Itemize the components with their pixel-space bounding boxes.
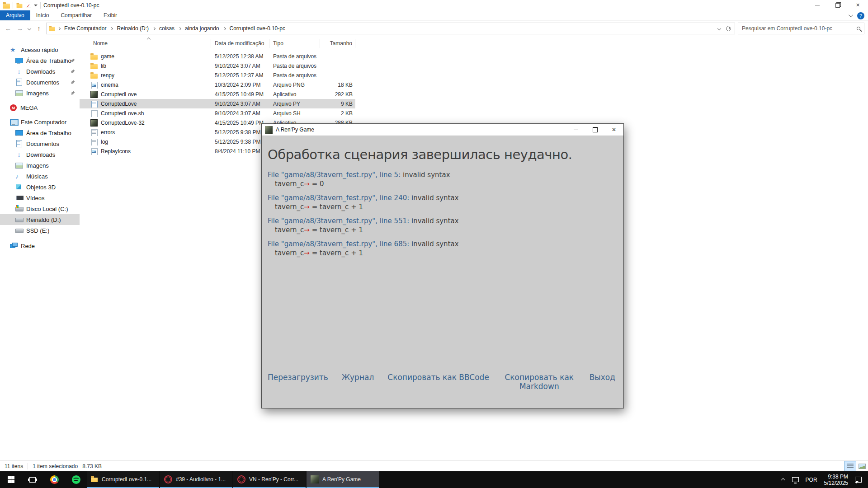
sidebar-item-documentos-pinned[interactable]: Documentos (0, 77, 80, 88)
sidebar-item-mega[interactable]: M MEGA (0, 102, 80, 113)
recent-locations-chevron-icon[interactable] (28, 27, 31, 30)
back-button[interactable]: ← (4, 25, 13, 32)
search-icon[interactable] (857, 27, 860, 30)
file-row-corruptedlove-sh[interactable]: CorruptedLove.sh 9/10/2024 3:07 AMArquiv… (80, 108, 355, 118)
explorer-titlebar: ✓ CorruptedLove-0.10-pc (0, 0, 868, 10)
text-file-icon (90, 138, 98, 145)
dialog-maximize-button[interactable] (585, 124, 604, 136)
sidebar-item-area-de-trabalho-pinned[interactable]: Área de Trabalho (0, 55, 80, 66)
breadcrumb-este-computador[interactable]: Este Computador (62, 25, 108, 32)
renpy-game-icon (265, 126, 273, 134)
copy-markdown-button[interactable]: Скопировать как Markdown (503, 373, 576, 391)
qat-properties-icon[interactable]: ✓ (26, 3, 31, 8)
taskbar-item-audiolivro[interactable]: #39 - Audiolivro - 1... (160, 471, 232, 488)
spotify-button[interactable] (65, 471, 87, 488)
console-button[interactable]: Журнал (342, 373, 374, 382)
sidebar-item-rede[interactable]: Rede (0, 240, 80, 251)
up-button[interactable]: ↑ (34, 25, 43, 32)
divider (28, 463, 28, 469)
clock[interactable]: 9:38 PM 5/12/2025 (824, 474, 848, 486)
sidebar-item-area-de-trabalho[interactable]: Área de Trabalho (0, 127, 80, 138)
error-heading: Обработка сценария завершилась неудачно. (268, 147, 572, 162)
breadcrumb-chevron-icon (110, 27, 113, 30)
sidebar-item-ssd-e[interactable]: SSD (E:) (0, 225, 80, 236)
sidebar-item-downloads-pinned[interactable]: ↓ Downloads (0, 66, 80, 77)
file-row-cinema[interactable]: cinema 10/3/2024 2:09 PMArquivo PNG18 KB (80, 80, 355, 89)
copy-bbcode-button[interactable]: Скопировать как BBCode (387, 373, 489, 382)
language-indicator[interactable]: POR (806, 477, 817, 483)
sidebar-item-acesso-rapido[interactable]: ★ Acesso rápido (0, 44, 80, 55)
column-header-data[interactable]: Data de modificação (211, 39, 269, 48)
breadcrumb-coisas[interactable]: coisas (157, 25, 176, 32)
desktop-icon (15, 57, 23, 64)
file-row-game[interactable]: game 5/12/2025 12:38 AMPasta de arquivos (80, 52, 355, 61)
image-file-icon (90, 81, 98, 89)
breadcrumb-chevron-icon (152, 27, 156, 30)
address-dropdown-chevron-icon[interactable] (717, 27, 721, 30)
refresh-icon[interactable] (725, 25, 732, 32)
file-row-renpy[interactable]: renpy 5/12/2025 12:37 AMPasta de arquivo… (80, 70, 355, 80)
restore-button[interactable] (827, 0, 848, 10)
sidebar-item-disco-local-c[interactable]: Disco Local (C:) (0, 203, 80, 214)
sidebar-item-reinaldo-d[interactable]: Reinaldo (D:) (0, 214, 80, 225)
tab-arquivo[interactable]: Arquivo (0, 10, 30, 20)
tab-exibir[interactable]: Exibir (98, 10, 123, 20)
action-center-icon[interactable] (855, 477, 862, 483)
details-view-button[interactable] (844, 461, 856, 472)
file-row-corruptedlove-exe[interactable]: CorruptedLove 4/15/2025 10:49 PMAplicati… (80, 89, 355, 99)
dialog-close-button[interactable] (604, 124, 623, 136)
file-row-lib[interactable]: lib 9/10/2024 3:07 AMPasta de arquivos (80, 61, 355, 70)
minimize-button[interactable] (807, 0, 827, 10)
breadcrumb-reinaldo-d[interactable]: Reinaldo (D:) (115, 25, 151, 32)
sort-ascending-caret-icon (147, 38, 151, 41)
column-header-tamanho[interactable]: Tamanho (320, 39, 355, 48)
sidebar-item-objetos-3d[interactable]: Objetos 3D (0, 182, 80, 192)
column-header-tipo[interactable]: Tipo (269, 39, 320, 48)
breadcrumb-ainda-jogando[interactable]: ainda jogando (183, 25, 221, 32)
sidebar-item-este-computador[interactable]: Este Computador (0, 117, 80, 127)
dialog-titlebar: A Ren'Py Game (262, 124, 623, 136)
selection-size: 8.73 KB (82, 463, 102, 469)
column-header-nome[interactable]: Nome (80, 39, 211, 48)
windows-logo-icon (8, 476, 14, 483)
forward-button[interactable]: → (15, 25, 24, 32)
tray-date: 5/12/2025 (824, 480, 848, 486)
start-button[interactable] (0, 471, 22, 488)
sidebar-item-downloads[interactable]: ↓ Downloads (0, 149, 80, 160)
expand-ribbon-chevron-icon[interactable] (849, 13, 853, 17)
quit-button[interactable]: Выход (590, 373, 615, 382)
search-input[interactable] (742, 25, 854, 32)
tab-compartilhar[interactable]: Compartilhar (55, 10, 98, 20)
window-title: CorruptedLove-0.10-pc (43, 2, 99, 9)
window-controls (807, 0, 868, 10)
sidebar-item-imagens[interactable]: Imagens (0, 160, 80, 171)
address-bar[interactable]: Este Computador Reinaldo (D:) coisas ain… (46, 23, 735, 34)
taskbar-item-explorer[interactable]: CorruptedLove-0.1... (87, 471, 159, 488)
task-view-button[interactable] (22, 471, 43, 488)
renpy-error-dialog: A Ren'Py Game Обработка сценария заверши… (261, 123, 624, 408)
network-tray-icon[interactable] (792, 477, 799, 482)
dialog-minimize-button[interactable] (566, 124, 585, 136)
sidebar-item-imagens-pinned[interactable]: Imagens (0, 88, 80, 99)
file-row-corruptedlove-py-selected[interactable]: CorruptedLove 9/10/2024 3:07 AMArquivo P… (80, 99, 355, 108)
tab-inicio[interactable]: Início (30, 10, 55, 20)
taskbar-item-renpy-game-active[interactable]: A Ren'Py Game (307, 471, 379, 488)
task-view-icon (29, 477, 36, 483)
application-icon (90, 119, 98, 127)
help-icon[interactable] (857, 12, 864, 19)
reload-button[interactable]: Перезагрузить (268, 373, 328, 382)
audio-app-icon (237, 475, 245, 483)
close-button[interactable] (848, 0, 868, 10)
taskbar-item-vn-renpy[interactable]: VN - Ren'Py - Corr... (233, 471, 306, 488)
breadcrumb-corruptedlove[interactable]: CorruptedLove-0.10-pc (228, 25, 287, 32)
qat-folder-icon[interactable] (17, 2, 23, 8)
thumbnail-view-button[interactable] (856, 461, 868, 472)
hidden-icons-chevron-icon[interactable] (781, 478, 785, 483)
qat-customize-chevron-icon[interactable] (34, 5, 38, 8)
chrome-button[interactable] (43, 471, 65, 488)
sidebar-item-documentos[interactable]: Documentos (0, 138, 80, 149)
error-block: File "game/a8/3tavern_fest.rpy", line 68… (268, 240, 459, 257)
caret-arrow-icon: → (304, 180, 310, 188)
sidebar-item-videos[interactable]: Vídeos (0, 192, 80, 203)
sidebar-item-musicas[interactable]: ♪ Músicas (0, 171, 80, 182)
